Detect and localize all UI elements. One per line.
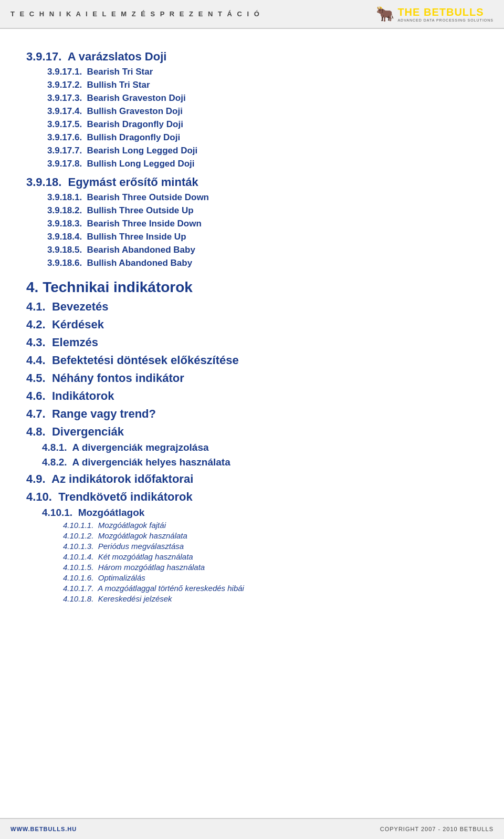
bull-icon: 🐂 xyxy=(376,5,394,23)
toc-item-39181: 3.9.18.1. Bearish Three Outside Down xyxy=(47,192,478,203)
logo-area: 🐂 THE BETBULLS ADVANCED DATA PROCESSING … xyxy=(376,5,494,23)
toc-item-39177: 3.9.17.7. Bearish Long Legged Doji xyxy=(47,146,478,156)
toc-item-41: 4.1. Bevezetés xyxy=(26,300,478,314)
toc-item-39178: 3.9.17.8. Bullish Long Legged Doji xyxy=(47,159,478,169)
toc-item-46: 4.6. Indikátorok xyxy=(26,389,478,403)
toc-item-3917: 3.9.17. A varázslatos Doji xyxy=(26,50,478,64)
toc-item-410: 4.10. Trendkövető indikátorok xyxy=(26,490,478,504)
toc-item-39173: 3.9.17.3. Bearish Graveston Doji xyxy=(47,93,478,103)
toc-item-42: 4.2. Kérdések xyxy=(26,318,478,332)
toc-item-39182: 3.9.18.2. Bullish Three Outside Up xyxy=(47,205,478,216)
footer-copyright: COPYRIGHT 2007 - 2010 BETBULLS xyxy=(380,826,494,832)
logo-name-part2: BULLS xyxy=(446,6,484,18)
page-header: T E C H N I K A I E L E M Z É S P R E Z … xyxy=(0,0,504,29)
toc-item-41016: 4.10.1.6. Optimalizálás xyxy=(63,573,478,582)
toc-item-39174: 3.9.17.4. Bullish Graveston Doji xyxy=(47,106,478,117)
toc-item-39184: 3.9.18.4. Bullish Three Inside Up xyxy=(47,232,478,242)
page-footer: WWW.BETBULLS.HU COPYRIGHT 2007 - 2010 BE… xyxy=(0,818,504,839)
toc-item-41018: 4.10.1.8. Kereskedési jelzések xyxy=(63,594,478,603)
toc-item-47: 4.7. Range vagy trend? xyxy=(26,407,478,421)
toc-item-39183: 3.9.18.3. Bearish Three Inside Down xyxy=(47,219,478,229)
header-title: T E C H N I K A I E L E M Z É S P R E Z … xyxy=(10,10,261,18)
toc-item-39185: 3.9.18.5. Bearish Abandoned Baby xyxy=(47,245,478,255)
logo-name-part1: THE BET xyxy=(397,6,446,18)
toc-item-481: 4.8.1. A divergenciák megrajzolása xyxy=(42,442,478,453)
toc-item-41011: 4.10.1.1. Mozgóátlagok fajtái xyxy=(63,521,478,530)
logo-name: THE BETBULLS xyxy=(397,6,484,18)
toc-item-41015: 4.10.1.5. Három mozgóátlag használata xyxy=(63,563,478,572)
logo-tagline: ADVANCED DATA PROCESSING SOLUTIONS xyxy=(397,18,494,22)
toc-item-3918: 3.9.18. Egymást erősítő minták xyxy=(26,175,478,189)
toc-item-39186: 3.9.18.6. Bullish Abandoned Baby xyxy=(47,258,478,268)
toc-item-41012: 4.10.1.2. Mozgóátlagok használata xyxy=(63,531,478,540)
toc-item-39176: 3.9.17.6. Bullish Dragonfly Doji xyxy=(47,132,478,143)
footer-url: WWW.BETBULLS.HU xyxy=(10,826,77,832)
toc-item-482: 4.8.2. A divergenciák helyes használata xyxy=(42,457,478,468)
toc-item-43: 4.3. Elemzés xyxy=(26,336,478,349)
toc-item-39175: 3.9.17.5. Bearish Dragonfly Doji xyxy=(47,119,478,130)
toc-item-45: 4.5. Néhány fontos indikátor xyxy=(26,371,478,385)
toc-item-39172: 3.9.17.2. Bullish Tri Star xyxy=(47,80,478,90)
toc-item-4: 4. Technikai indikátorok xyxy=(26,279,478,296)
toc-item-41017: 4.10.1.7. A mozgóátlaggal történő keresk… xyxy=(63,584,478,593)
logo-text: THE BETBULLS ADVANCED DATA PROCESSING SO… xyxy=(397,6,494,22)
toc-item-4101: 4.10.1. Mozgóátlagok xyxy=(42,507,478,519)
toc-item-41014: 4.10.1.4. Két mozgóátlag használata xyxy=(63,552,478,561)
toc-item-41013: 4.10.1.3. Periódus megválasztása xyxy=(63,542,478,551)
content-area: 3.9.17. A varázslatos Doji 3.9.17.1. Bea… xyxy=(0,29,504,636)
toc-item-49: 4.9. Az indikátorok időfaktorai xyxy=(26,472,478,486)
toc-item-48: 4.8. Divergenciák xyxy=(26,425,478,439)
toc-item-39171: 3.9.17.1. Bearish Tri Star xyxy=(47,67,478,77)
toc-item-44: 4.4. Befektetési döntések előkészítése xyxy=(26,354,478,367)
